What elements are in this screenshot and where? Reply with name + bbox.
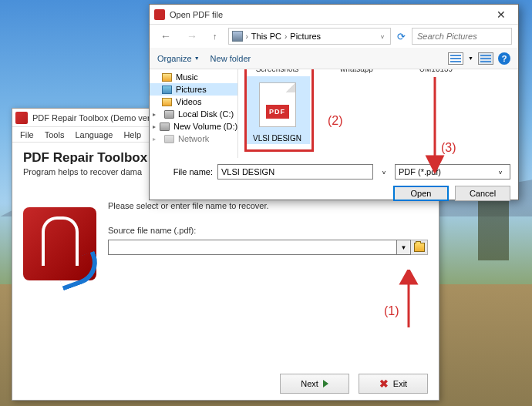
folder-open-icon [414, 243, 425, 252]
exit-button[interactable]: ✖ Exit [359, 374, 428, 394]
next-button[interactable]: Next [280, 374, 349, 394]
disk-icon [160, 122, 170, 131]
chevron-right-icon: ▸ [153, 123, 156, 130]
source-label: Source file name (.pdf): [108, 226, 428, 235]
chevron-down-icon: ▼ [194, 55, 200, 61]
open-file-dialog: Open PDF file ✕ ← → ↑ › This PC › Pictur… [149, 4, 519, 200]
file-list[interactable]: Screenshots whatsapp UM10139 PDF VLSI DE… [238, 69, 518, 158]
exit-label: Exit [393, 379, 407, 388]
menu-file[interactable]: File [15, 129, 39, 141]
close-icon: ✖ [379, 377, 389, 390]
nav-item-localdisk[interactable]: ▸Local Disk (C:) [150, 108, 237, 120]
file-type-filter[interactable]: PDF (*.pdf) v [395, 164, 510, 180]
navigation-pane: Music Pictures Videos ▸Local Disk (C:) ▸… [150, 69, 238, 158]
dialog-close-button[interactable]: ✕ [489, 7, 513, 22]
file-item-vlsi[interactable]: PDF VLSI DESIGN [244, 76, 310, 144]
new-folder-button[interactable]: New folder [210, 54, 251, 63]
music-icon [162, 73, 172, 82]
play-icon [323, 380, 328, 388]
dialog-titlebar[interactable]: Open PDF file ✕ [150, 5, 518, 25]
app-icon [15, 112, 28, 124]
nav-back-button[interactable]: ← [156, 29, 176, 44]
file-label: VLSI DESIGN [246, 134, 308, 143]
organize-menu[interactable]: Organize ▼ [157, 54, 200, 63]
source-dropdown-button[interactable]: ▼ [397, 240, 411, 255]
view-options-button[interactable] [448, 52, 463, 65]
cancel-button[interactable]: Cancel [455, 186, 510, 201]
help-icon[interactable]: ? [498, 52, 510, 65]
nav-item-pictures[interactable]: Pictures [150, 83, 237, 96]
file-item-whatsapp[interactable]: whatsapp [324, 69, 389, 73]
browse-button[interactable] [411, 240, 428, 255]
search-input[interactable] [412, 28, 512, 45]
app-title: PDF Repair Toolbox (Demo version) [32, 113, 168, 122]
pdf-file-icon: PDF [259, 82, 296, 127]
chevron-right-icon: ▸ [153, 136, 160, 143]
menu-tools[interactable]: Tools [40, 129, 69, 141]
disk-icon [164, 110, 174, 119]
chevron-right-icon: › [285, 32, 287, 41]
breadcrumb-root[interactable]: This PC [251, 32, 281, 41]
chevron-down-icon[interactable]: v [378, 33, 387, 40]
menu-language[interactable]: Language [70, 129, 117, 141]
breadcrumb[interactable]: › This PC › Pictures v [228, 28, 392, 45]
pictures-icon [162, 86, 172, 94]
source-file-input[interactable] [108, 240, 397, 255]
refresh-icon[interactable]: ⟳ [397, 31, 406, 42]
nav-forward-button[interactable]: → [182, 29, 202, 44]
preview-pane-button[interactable] [478, 52, 493, 65]
open-button[interactable]: Open [393, 186, 449, 201]
next-label: Next [301, 379, 318, 388]
dialog-icon [154, 9, 165, 20]
nav-item-newvolume[interactable]: ▸New Volume (D:) [150, 120, 237, 133]
chevron-down-icon[interactable]: v [378, 169, 390, 176]
app-logo [23, 207, 96, 280]
nav-up-button[interactable]: ↑ [208, 30, 222, 42]
filename-input[interactable] [217, 164, 373, 180]
menu-help[interactable]: Help [119, 129, 146, 141]
dialog-title: Open PDF file [170, 10, 489, 19]
nav-item-music[interactable]: Music [150, 71, 237, 83]
chevron-right-icon: ▸ [153, 111, 160, 118]
videos-icon [162, 98, 172, 106]
nav-item-network[interactable]: ▸Network [150, 133, 237, 145]
nav-item-videos[interactable]: Videos [150, 96, 237, 108]
file-item-screenshots[interactable]: Screenshots [244, 69, 310, 73]
pc-icon [232, 31, 243, 42]
network-icon [164, 135, 174, 143]
chevron-right-icon: › [246, 32, 248, 41]
filename-label: File name: [157, 167, 213, 176]
chevron-down-icon[interactable]: ▼ [468, 55, 473, 61]
chevron-down-icon: v [494, 169, 507, 176]
breadcrumb-folder[interactable]: Pictures [290, 32, 321, 41]
file-item-um10139[interactable]: UM10139 [403, 69, 469, 73]
